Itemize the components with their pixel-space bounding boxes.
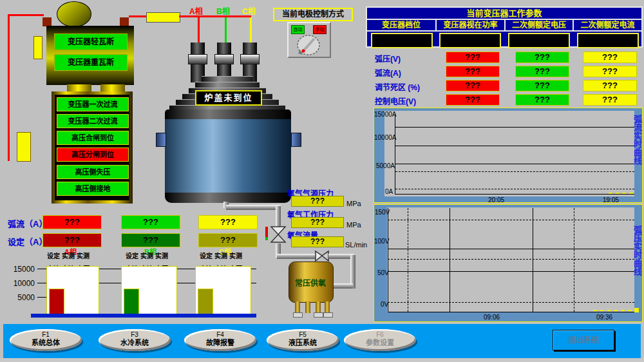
gridline-dashed	[388, 220, 634, 220]
nav-button-parameter-settings[interactable]: F6 参数设置	[344, 329, 416, 351]
bottom-strip	[0, 358, 644, 362]
y-axis	[388, 208, 388, 312]
arc-current-trend-panel: 15000A 10000A 5000A 0A 20:05 19:05 弧流实时曲…	[374, 108, 643, 203]
bus-wire	[129, 15, 146, 17]
gridline	[395, 164, 634, 164]
col-tap-position: 变压器档位	[367, 20, 435, 30]
furnace-trunnion-left	[156, 133, 166, 147]
xtick: 19:05	[603, 196, 619, 204]
electrode-clamp	[214, 54, 234, 64]
nav-key: F6	[344, 331, 416, 339]
arc-current-plot	[384, 111, 634, 196]
arc-current-a: ???	[446, 66, 500, 77]
gridline-dashed	[395, 171, 634, 172]
x-axis	[388, 312, 634, 312]
nav-label: 参数设置	[344, 339, 416, 347]
transformer-light-gas-indicator: 变压器轻瓦斯	[54, 33, 128, 50]
nav-button-system-overview[interactable]: F1 系统总体	[10, 329, 82, 351]
col-apparent-power: 变压器视在功率	[435, 20, 504, 30]
tank-leg	[316, 301, 321, 313]
tank-foot	[323, 312, 333, 318]
table-title: 当前变压器工作参数	[367, 8, 641, 20]
nav-label: 水冷系统	[99, 339, 171, 347]
value-secondary-rated-voltage	[508, 33, 570, 48]
nav-key: F3	[99, 331, 171, 339]
cursor-dashes	[593, 310, 632, 311]
alarm-primary-overcurrent: 变压器一次过流	[57, 97, 129, 111]
nav-key: F4	[184, 331, 256, 339]
nav-key: F5	[267, 331, 339, 339]
mode-selector-knob[interactable]	[295, 33, 322, 59]
control-voltage-a: ???	[446, 94, 500, 106]
bar-a-setpoint-current	[49, 289, 64, 314]
arc-current-c-value: ???	[198, 215, 258, 229]
arrester	[17, 132, 31, 162]
y-axis	[395, 113, 395, 195]
xtick: 09:06	[484, 314, 500, 321]
dead-zone-label: 调节死区 (%)	[375, 81, 420, 92]
gridline-dashed	[388, 302, 634, 303]
ytick: 50V	[377, 269, 389, 276]
setpoint-c-value: ???	[198, 233, 258, 247]
nav-key: F1	[10, 331, 82, 339]
alarm-hv-open-in-place: 高压分闸到位	[57, 148, 129, 162]
gridline-dashed	[574, 208, 574, 312]
tank-foot	[293, 312, 303, 318]
arc-current-a-value: ???	[43, 215, 102, 229]
ytick: 0A	[385, 188, 393, 195]
arc-voltage-trend-panel: 150V 100V 50V 0V 09:06 09:36 弧压实时曲线	[374, 204, 643, 322]
arc-voltage-a: ???	[446, 52, 500, 63]
nav-button-fault-alarm[interactable]: F4 故障报警	[184, 329, 256, 351]
bushing-left	[43, 17, 52, 26]
gas-source-pressure-value: ???	[291, 196, 344, 207]
tank-leg	[305, 301, 310, 313]
phase-b-label: B相	[216, 5, 230, 16]
scada-screen: 变压器轻瓦斯 变压器重瓦斯 变压器一次过流 变压器二次过流 高压合闸到位 高压分…	[0, 0, 644, 362]
arc-current-label: 弧流(A)	[375, 67, 401, 78]
gridline	[388, 249, 634, 249]
gridline-dashed	[395, 189, 634, 189]
electrode-control-title: 当前电极控制方式	[273, 8, 353, 21]
manual-mode-button[interactable]: 手动	[313, 25, 327, 34]
arc-voltage-c: ???	[583, 52, 637, 63]
setpoint-row-label: 设定（A）	[8, 235, 47, 247]
col-secondary-rated-current: 二次侧额定电流	[573, 20, 641, 30]
phase-a-drop-wire	[198, 17, 200, 44]
oxygen-tank-label: 常压供氧	[289, 277, 332, 288]
ytick: 100V	[374, 238, 389, 245]
table-header-row: 变压器档位 变压器视在功率 二次侧额定电压 二次侧额定电流	[367, 20, 641, 32]
valve-indicator-green	[265, 237, 268, 240]
nav-label: 故障报警	[184, 339, 256, 347]
electrode-clamp	[188, 54, 207, 64]
dead-zone-b: ???	[515, 80, 569, 91]
arc-current-trend-title: 弧流实时曲线	[632, 115, 641, 200]
bar-baseline	[31, 314, 256, 318]
nav-button-hydraulic-system[interactable]: F5 液压系统	[267, 329, 339, 351]
ytick: 0V	[381, 301, 388, 308]
arc-voltage-label: 弧压(V)	[375, 53, 401, 64]
auto-mode-button[interactable]: 自动	[291, 25, 305, 34]
gas-work-pressure-unit: MPa	[346, 221, 361, 229]
bar-c-setpoint-current	[198, 289, 213, 314]
nav-label: 系统总体	[10, 339, 82, 347]
value-tap-position	[371, 33, 433, 48]
nav-label: 液压系统	[267, 339, 339, 347]
exit-button[interactable]: 退出系统	[553, 330, 614, 350]
dead-zone-a: ???	[446, 80, 500, 91]
pipe-segment	[226, 205, 281, 210]
arc-current-row-label: 弧流（A）	[8, 217, 47, 229]
gas-source-pressure-unit: MPa	[346, 200, 361, 207]
furnace-top-band	[165, 110, 291, 119]
transformer-params-table: 当前变压器工作参数 变压器档位 变压器视在功率 二次侧额定电压 二次侧额定电流	[366, 6, 643, 48]
valve-indicator	[265, 227, 268, 237]
furnace-shell	[165, 119, 291, 193]
arc-voltage-plot	[387, 207, 634, 312]
arc-current-b-value: ???	[121, 215, 180, 229]
nav-button-water-cooling[interactable]: F3 水冷系统	[99, 329, 171, 351]
phase-a-label: A相	[189, 5, 203, 16]
ytick: 150V	[375, 209, 390, 216]
arc-voltage-trend-title: 弧压实时曲线	[632, 225, 641, 300]
phase-b-drop-wire	[225, 17, 227, 44]
x-axis	[395, 194, 634, 195]
gridline	[388, 271, 634, 272]
